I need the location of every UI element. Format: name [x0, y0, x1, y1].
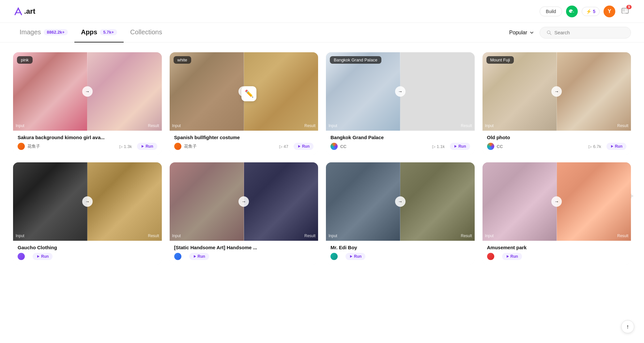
app-card-handsome[interactable]: Input → Result [Static Handsome Art] Han… [170, 162, 318, 265]
run-button-gaucho[interactable]: Run [33, 253, 53, 260]
app-card-oldphoto[interactable]: Mount Fuji Input → Result Old photo CC ▷… [483, 52, 631, 155]
card-title-amusement: Amusement park [487, 245, 627, 250]
app-card-gaucho[interactable]: Input → Result Gaucho Clothing Run [13, 162, 162, 265]
search-bar[interactable] [540, 27, 631, 39]
card-image-mredi: Input → Result [326, 162, 475, 241]
lightning-count: 5 [593, 9, 595, 14]
author-name-bullfighter: 花鱼子 [184, 143, 197, 149]
run-icon-gaucho [37, 255, 40, 258]
card-label-oldphoto: Mount Fuji [486, 56, 514, 64]
logo-text: .art [24, 7, 35, 16]
notification-icon[interactable]: 9 [619, 6, 631, 17]
run-button-sakura[interactable]: Run [137, 143, 157, 150]
card-img-input-bangkok: Bangkok Grand Palace Input [326, 52, 400, 131]
svg-rect-7 [622, 9, 625, 11]
wechat-icon[interactable] [566, 6, 578, 17]
card-info-gaucho: Gaucho Clothing Run [13, 241, 162, 265]
author-avatar-oldphoto [487, 143, 494, 150]
tab-apps[interactable]: Apps 5.7k+ [74, 23, 124, 42]
view-count-sakura: ▷ 1.3k [119, 144, 132, 149]
result-label-bullfighter: Result [304, 123, 315, 128]
run-button-bangkok[interactable]: Run [450, 143, 470, 150]
author-avatar-mredi [330, 253, 338, 260]
card-img-result-bangkok: Result [400, 52, 474, 131]
run-button-mredi[interactable]: Run [345, 253, 365, 260]
run-icon-sakura [141, 145, 144, 148]
search-input[interactable] [554, 30, 624, 35]
build-button[interactable]: Build [540, 7, 562, 16]
card-info-bangkok: Bangkok Grand Palace CC ▷ 1.1k Run [326, 131, 475, 155]
card-meta-handsome: Run [174, 253, 314, 260]
author-avatar-sakura [18, 143, 25, 150]
card-title-bullfighter: Spanish bullfighter costume [174, 135, 314, 140]
header: .art Build ⚡ 5 Y [0, 0, 644, 23]
run-icon-oldphoto [610, 145, 614, 148]
card-info-amusement: Amusement park Run [483, 241, 631, 265]
arrow-icon-gaucho: → [82, 196, 93, 207]
result-label-bangkok: Result [461, 123, 472, 128]
svg-point-4 [573, 12, 573, 12]
app-card-bullfighter[interactable]: white Input → Result Spanish bullfighter… [170, 52, 318, 155]
card-img-input-oldphoto: Mount Fuji Input [483, 52, 557, 131]
tab-images[interactable]: Images 8862.2k+ [13, 23, 74, 42]
run-icon-mredi [349, 255, 353, 258]
logo[interactable]: .art [13, 6, 35, 17]
input-label-handsome: Input [172, 234, 181, 238]
author-name-oldphoto: CC [497, 144, 503, 149]
app-card-mredi[interactable]: Input → Result Mr. Edi Boy Run [326, 162, 475, 265]
card-info-bullfighter: Spanish bullfighter costume 花鱼子 ▷ 47 Run [170, 131, 318, 155]
lightning-badge[interactable]: ⚡ 5 [582, 7, 600, 16]
app-card-bangkok[interactable]: Bangkok Grand Palace Input → Result Bang… [326, 52, 475, 155]
pencil-floating-icon[interactable]: ✏️ [241, 86, 256, 101]
sort-dropdown[interactable]: Popular [509, 30, 534, 36]
sort-label: Popular [509, 30, 527, 36]
card-title-oldphoto: Old photo [487, 135, 627, 140]
svg-point-3 [571, 11, 572, 11]
app-card-sakura[interactable]: pink Input → Result Sakura background ki… [13, 52, 162, 155]
card-img-input-gaucho: Input [13, 162, 87, 241]
result-label-mredi: Result [461, 234, 472, 238]
run-button-amusement[interactable]: Run [502, 253, 522, 260]
card-title-mredi: Mr. Edi Boy [330, 245, 470, 250]
arrow-icon-bangkok: → [395, 86, 406, 97]
result-label-gaucho: Result [148, 234, 159, 238]
card-img-input-sakura: pink Input [13, 52, 87, 131]
card-info-handsome: [Static Handsome Art] Handsome ... Run [170, 241, 318, 265]
author-avatar-handsome [174, 253, 181, 260]
bolt-icon: ⚡ [586, 9, 591, 14]
card-img-result-gaucho: Result [87, 162, 161, 241]
card-image-sakura: pink Input → Result [13, 52, 162, 131]
nav-tabs: Images 8862.2k+ Apps 5.7k+ Collections P… [0, 23, 644, 42]
scroll-top-button[interactable]: ↑ [621, 320, 634, 333]
notification-badge: 9 [626, 5, 632, 9]
run-button-bullfighter[interactable]: Run [294, 143, 314, 150]
author-avatar-bullfighter [174, 143, 181, 150]
card-img-result-amusement: Result [557, 162, 631, 241]
result-label-handsome: Result [304, 234, 315, 238]
run-icon-handsome [193, 255, 196, 258]
tab-collections[interactable]: Collections [124, 23, 169, 42]
card-meta-oldphoto: CC ▷ 6.7k Run [487, 143, 627, 150]
app-card-amusement[interactable]: Input → Result Amusement park Run [483, 162, 631, 265]
card-title-handsome: [Static Handsome Art] Handsome ... [174, 245, 314, 250]
svg-point-5 [574, 12, 574, 12]
author-name-sakura: 花鱼子 [27, 143, 40, 149]
author-name-bangkok: CC [340, 144, 346, 149]
input-label-sakura: Input [16, 123, 24, 128]
tab-images-badge: 8862.2k+ [44, 29, 68, 35]
run-button-oldphoto[interactable]: Run [606, 143, 626, 150]
card-title-sakura: Sakura background kimono girl ava... [18, 135, 157, 140]
run-icon-amusement [506, 255, 509, 258]
input-label-gaucho: Input [16, 234, 24, 238]
result-label-sakura: Result [148, 123, 159, 128]
svg-point-1 [572, 11, 575, 13]
input-label-bangkok: Input [329, 123, 337, 128]
card-title-bangkok: Bangkok Grand Palace [330, 135, 470, 140]
search-icon [546, 30, 552, 36]
svg-rect-9 [626, 10, 628, 10]
tab-apps-badge: 5.7k+ [100, 29, 117, 35]
user-avatar[interactable]: Y [604, 6, 615, 17]
arrow-icon-sakura: → [82, 86, 93, 97]
run-button-handsome[interactable]: Run [189, 253, 209, 260]
author-avatar-bangkok [330, 143, 338, 150]
